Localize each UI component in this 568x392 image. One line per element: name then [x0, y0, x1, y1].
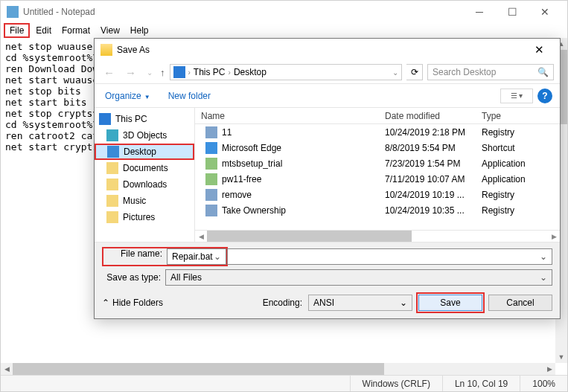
nav-back-icon[interactable]: ←: [100, 66, 118, 79]
col-date[interactable]: Date modified: [385, 111, 482, 121]
savetype-label: Save as type:: [102, 272, 165, 283]
encoding-select[interactable]: ANSI: [308, 295, 412, 311]
scroll-right-icon[interactable]: ▶: [543, 363, 555, 375]
filename-label: File name:: [103, 248, 167, 265]
tree-3d-objects[interactable]: 3D Objects: [95, 127, 194, 144]
file-date: 7/11/2019 10:07 AM: [385, 174, 482, 184]
close-button[interactable]: ✕: [529, 1, 561, 22]
file-row[interactable]: pw11-free7/11/2019 10:07 AMApplication: [195, 171, 560, 187]
breadcrumb-folder[interactable]: Desktop: [234, 67, 267, 77]
dialog-toolbar: Organize▼ New folder ☰ ▾ ?: [95, 83, 560, 108]
file-date: 10/24/2019 10:19 ...: [385, 190, 482, 200]
file-row[interactable]: remove10/24/2019 10:19 ...Registry: [195, 187, 560, 202]
column-headers: Name Date modified Type: [195, 108, 560, 124]
nav-fwd-icon[interactable]: →: [122, 66, 139, 79]
notepad-icon: [7, 6, 19, 18]
file-name: remove: [222, 190, 252, 200]
file-type: Registry: [482, 190, 560, 200]
view-mode-button[interactable]: ☰ ▾: [500, 89, 533, 103]
filename-fields: File name: Repair.bat Save as type: All …: [95, 242, 560, 289]
new-folder-button[interactable]: New folder: [165, 89, 214, 103]
music-icon: [106, 195, 118, 207]
chevron-down-icon[interactable]: ⌄: [392, 68, 398, 77]
file-row[interactable]: 1110/24/2019 2:18 PMRegistry: [195, 124, 560, 140]
encoding-label: Encoding:: [263, 298, 302, 308]
save-button[interactable]: Save: [418, 295, 482, 311]
menu-edit[interactable]: Edit: [31, 25, 56, 36]
filename-input[interactable]: Repair.bat: [167, 248, 226, 265]
chevron-right-icon: ›: [188, 68, 191, 77]
cube-icon: [106, 129, 118, 141]
tree-pictures[interactable]: Pictures: [95, 209, 194, 225]
desktop-icon: [107, 146, 119, 158]
tree-documents[interactable]: Documents: [95, 160, 194, 176]
nav-recent-icon[interactable]: ⌄: [144, 68, 156, 77]
tree-music[interactable]: Music: [95, 193, 194, 209]
status-caret: Ln 10, Col 19: [442, 376, 520, 391]
file-name: Microsoft Edge: [222, 143, 281, 153]
col-name[interactable]: Name: [195, 111, 385, 121]
search-input[interactable]: Search Desktop 🔍: [427, 64, 554, 80]
help-button[interactable]: ?: [537, 89, 552, 103]
scroll-left-icon[interactable]: ◀: [1, 363, 13, 375]
file-type: Application: [482, 158, 560, 169]
menu-view[interactable]: View: [96, 25, 124, 36]
nav-up-icon[interactable]: ↑: [160, 67, 165, 78]
save-as-dialog: Save As ✕ ← → ⌄ ↑ › This PC › Desktop ⌄ …: [94, 38, 561, 319]
file-row[interactable]: mtsbsetup_trial7/23/2019 1:54 PMApplicat…: [195, 155, 560, 171]
col-type[interactable]: Type: [482, 111, 560, 121]
nav-tree: This PC 3D Objects Desktop Documents Dow…: [95, 108, 195, 242]
breadcrumb-pc[interactable]: This PC: [194, 67, 226, 77]
status-zoom: 100%: [520, 376, 567, 391]
file-icon: [205, 173, 217, 185]
minimize-button[interactable]: ─: [463, 1, 496, 22]
maximize-button[interactable]: ☐: [496, 1, 529, 22]
file-hscrollbar[interactable]: ◀ ▶: [195, 230, 560, 242]
savetype-select[interactable]: All Files: [165, 269, 552, 286]
scroll-left-icon[interactable]: ◀: [195, 231, 207, 242]
notepad-menubar: File Edit Format View Help: [1, 23, 567, 38]
scroll-down-icon[interactable]: ▼: [555, 351, 567, 363]
this-pc-icon: [173, 66, 185, 78]
breadcrumb[interactable]: › This PC › Desktop ⌄: [170, 64, 403, 80]
file-name: mtsbsetup_trial: [222, 158, 282, 169]
search-icon: 🔍: [537, 67, 549, 77]
file-type: Registry: [482, 127, 560, 138]
dialog-title: Save As: [117, 45, 150, 55]
file-date: 10/24/2019 2:18 PM: [385, 127, 482, 138]
file-date: 7/23/2019 1:54 PM: [385, 158, 482, 169]
file-row[interactable]: Take Ownership10/24/2019 10:35 ...Regist…: [195, 202, 560, 218]
filename-input-ext[interactable]: [227, 248, 552, 265]
tree-desktop[interactable]: Desktop: [95, 144, 194, 160]
file-type: Shortcut: [482, 143, 560, 153]
refresh-button[interactable]: ⟳: [406, 64, 423, 80]
horizontal-scrollbar[interactable]: ◀ ▶: [1, 363, 555, 375]
file-icon: [205, 126, 217, 138]
file-name: Take Ownership: [222, 205, 286, 216]
notepad-titlebar: Untitled - Notepad ─ ☐ ✕: [1, 1, 567, 23]
file-row[interactable]: Microsoft Edge8/8/2019 5:54 PMShortcut: [195, 140, 560, 155]
file-type: Application: [482, 174, 560, 184]
dialog-close-button[interactable]: ✕: [524, 43, 554, 57]
cancel-button[interactable]: Cancel: [488, 295, 552, 311]
file-list-pane: Name Date modified Type 1110/24/2019 2:1…: [195, 108, 560, 242]
pictures-icon: [106, 211, 118, 223]
menu-help[interactable]: Help: [126, 25, 153, 36]
file-date: 8/8/2019 5:54 PM: [385, 143, 482, 153]
file-date: 10/24/2019 10:35 ...: [385, 205, 482, 216]
dialog-titlebar: Save As ✕: [95, 39, 560, 61]
menu-format[interactable]: Format: [57, 25, 95, 36]
file-type: Registry: [482, 205, 560, 216]
hide-folders-button[interactable]: ⌃Hide Folders: [102, 298, 163, 308]
tree-this-pc[interactable]: This PC: [95, 111, 194, 127]
statusbar: Windows (CRLF) Ln 10, Col 19 100%: [1, 375, 567, 391]
scroll-right-icon[interactable]: ▶: [548, 231, 560, 242]
organize-button[interactable]: Organize▼: [102, 89, 153, 103]
tree-downloads[interactable]: Downloads: [95, 176, 194, 193]
downloads-icon: [106, 179, 118, 190]
file-name: 11: [222, 127, 232, 138]
menu-file[interactable]: File: [4, 23, 30, 38]
folder-icon: [100, 44, 112, 56]
this-pc-icon: [99, 113, 111, 125]
search-placeholder: Search Desktop: [433, 67, 496, 77]
